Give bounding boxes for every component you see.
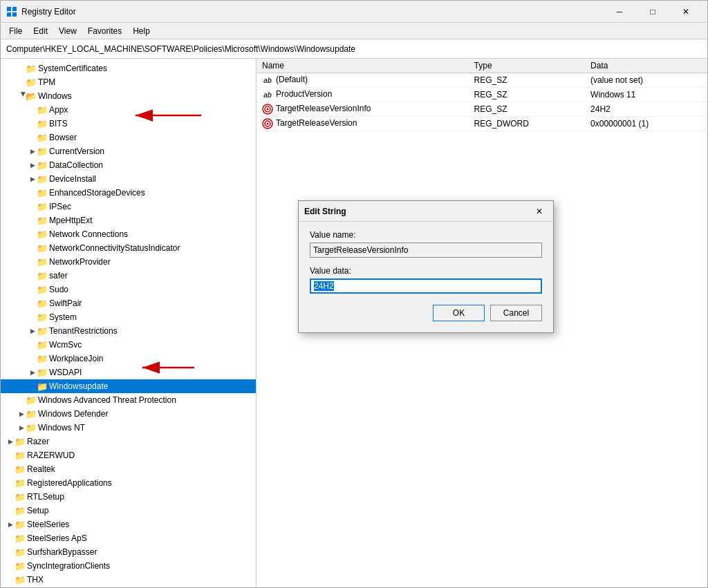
- tree-label: IPSec: [49, 202, 71, 211]
- tree-item-system[interactable]: ▶ 📁 System: [1, 310, 256, 324]
- reg-data: (value not set): [585, 73, 707, 88]
- tree-item-windows[interactable]: ▶ 📂 Windows: [1, 89, 256, 103]
- tree-item-rtlsetup[interactable]: ▶ 📁 RTLSetup: [1, 490, 256, 504]
- tree-label: Windowsupdate: [49, 381, 108, 391]
- edit-string-dialog: Edit String ✕ Value name: Value data: OK…: [298, 200, 554, 333]
- minimize-button[interactable]: ─: [604, 1, 635, 22]
- tree-item-bowser[interactable]: ▶ 📁 Bowser: [1, 131, 256, 144]
- tree-item-registeredapps[interactable]: ▶ 📁 RegisteredApplications: [1, 476, 256, 490]
- tree-item-wcmsvc[interactable]: ▶ 📁 WcmSvc: [1, 338, 256, 352]
- folder-icon: 📁: [37, 118, 48, 129]
- table-row[interactable]: TargetReleaseVersion REG_DWORD 0x0000000…: [257, 117, 707, 131]
- folder-icon: 📁: [37, 270, 48, 281]
- col-data: Data: [585, 59, 707, 73]
- tree-panel: ▶ 📁 SystemCertificates ▶ 📁 TPM ▶ 📂 Windo…: [1, 59, 257, 587]
- folder-icon: 📁: [26, 422, 37, 433]
- maximize-button[interactable]: □: [637, 1, 669, 22]
- tree-item-tenantrestrictions[interactable]: ▶ 📁 TenantRestrictions: [1, 324, 256, 338]
- value-data-label: Value data:: [310, 266, 542, 276]
- tree-label: THX: [27, 575, 44, 585]
- folder-icon: 📁: [15, 505, 26, 516]
- tree-item-surfshark[interactable]: ▶ 📁 SurfsharkBypasser: [1, 545, 256, 559]
- menu-help[interactable]: Help: [127, 25, 156, 37]
- tree-label: safer: [49, 271, 68, 281]
- reg-name: TargetReleaseVersion: [257, 117, 469, 131]
- reg-data: 0x00000001 (1): [585, 117, 707, 131]
- tree-item-systemcerts[interactable]: ▶ 📁 SystemCertificates: [1, 61, 256, 75]
- tree-item-realtek[interactable]: ▶ 📁 Realtek: [1, 462, 256, 476]
- ab-icon: ab: [262, 75, 273, 86]
- tree-label: NetworkConnectivityStatusIndicator: [49, 243, 180, 253]
- ok-button[interactable]: OK: [433, 305, 485, 321]
- tree-item-windowsdefender[interactable]: ▶ 📁 Windows Defender: [1, 407, 256, 421]
- table-row[interactable]: abProductVersion REG_SZ Windows 11: [257, 88, 707, 102]
- folder-icon: 📁: [15, 519, 26, 530]
- close-button[interactable]: ✕: [670, 1, 702, 22]
- value-data-input[interactable]: [310, 278, 542, 294]
- tree-item-vbaudio[interactable]: ▶ 📁 VB-Audio: [1, 587, 256, 587]
- tree-item-syncintegration[interactable]: ▶ 📁 SyncIntegrationClients: [1, 559, 256, 573]
- folder-icon: 📁: [26, 77, 37, 88]
- address-bar: Computer\HKEY_LOCAL_MACHINE\SOFTWARE\Pol…: [1, 39, 707, 59]
- tree-item-razer[interactable]: ▶ 📁 Razer: [1, 435, 256, 448]
- tree-item-thx[interactable]: ▶ 📁 THX: [1, 573, 256, 587]
- tree-item-appx[interactable]: ▶ 📁 Appx: [1, 103, 256, 117]
- table-row[interactable]: TargetReleaseVersionInfo REG_SZ 24H2: [257, 102, 707, 117]
- chevron-icon: ▶: [16, 92, 27, 100]
- folder-icon: 📁: [26, 395, 37, 406]
- cancel-button[interactable]: Cancel: [490, 305, 542, 321]
- tree-item-workplacejoin[interactable]: ▶ 📁 WorkplaceJoin: [1, 352, 256, 366]
- tree-item-mpehttpext[interactable]: ▶ 📁 MpeHttpExt: [1, 214, 256, 227]
- tree-item-safer[interactable]: ▶ 📁 safer: [1, 269, 256, 283]
- tree-item-datacollection[interactable]: ▶ 📁 DataCollection: [1, 158, 256, 172]
- tree-label: WSDAPI: [49, 368, 82, 377]
- tree-item-setup[interactable]: ▶ 📁 Setup: [1, 504, 256, 518]
- menu-edit[interactable]: Edit: [28, 25, 53, 37]
- tree-item-bits[interactable]: ▶ 📁 BITS: [1, 117, 256, 131]
- tree-label: SwiftPair: [49, 298, 82, 308]
- tree-item-swiftpair[interactable]: ▶ 📁 SwiftPair: [1, 296, 256, 310]
- tree-item-tpm[interactable]: ▶ 📁 TPM: [1, 75, 256, 89]
- menu-favorites[interactable]: Favorites: [82, 25, 127, 37]
- tree-item-networkconnectivity[interactable]: ▶ 📁 NetworkConnectivityStatusIndicator: [1, 241, 256, 255]
- tree-label: BITS: [49, 119, 68, 129]
- tree-item-currentversion[interactable]: ▶ 📁 CurrentVersion: [1, 144, 256, 158]
- tree-label: SystemCertificates: [38, 64, 107, 73]
- folder-icon: 📁: [37, 215, 48, 226]
- tree-item-ipsec[interactable]: ▶ 📁 IPSec: [1, 200, 256, 214]
- dialog-close-button[interactable]: ✕: [531, 203, 548, 220]
- folder-icon: 📁: [37, 325, 48, 336]
- tree-label: Razer: [27, 437, 49, 446]
- tree-item-networkconnections[interactable]: ▶ 📁 Network Connections: [1, 227, 256, 241]
- tree-item-razerwud[interactable]: ▶ 📁 RAZERWUD: [1, 448, 256, 462]
- reg-type: REG_SZ: [469, 88, 586, 102]
- folder-icon: 📁: [26, 408, 37, 419]
- tree-label: Bowser: [49, 133, 77, 142]
- menu-file[interactable]: File: [3, 25, 28, 37]
- value-name-input[interactable]: [310, 243, 542, 258]
- tree-item-windowsupdate[interactable]: ▶ 📁 Windowsupdate: [1, 379, 256, 393]
- tree-item-deviceinstall[interactable]: ▶ 📁 DeviceInstall: [1, 172, 256, 186]
- tree-item-steelseries[interactable]: ▶ 📁 SteelSeries: [1, 518, 256, 531]
- tree-item-enhancedstorage[interactable]: ▶ 📁 EnhancedStorageDevices: [1, 186, 256, 200]
- tree-label: Appx: [49, 105, 68, 115]
- folder-icon: 📁: [37, 353, 48, 364]
- tree-item-windowsatp[interactable]: ▶ 📁 Windows Advanced Threat Protection: [1, 393, 256, 407]
- tree-item-windowsnt[interactable]: ▶ 📁 Windows NT: [1, 421, 256, 435]
- tree-item-wsdapi[interactable]: ▶ 📁 WSDAPI: [1, 366, 256, 379]
- tree-label: SyncIntegrationClients: [27, 561, 110, 571]
- tree-item-networkprovider[interactable]: ▶ 📁 NetworkProvider: [1, 255, 256, 269]
- table-row[interactable]: ab(Default) REG_SZ (value not set): [257, 73, 707, 88]
- tree-label: SteelSeries ApS: [27, 533, 87, 543]
- folder-open-icon: 📂: [26, 91, 37, 102]
- folder-icon: 📁: [15, 464, 26, 475]
- title-bar: Registry Editor ─ □ ✕: [1, 1, 707, 23]
- tree-item-sudo[interactable]: ▶ 📁 Sudo: [1, 283, 256, 296]
- tree-item-steelseriesaps[interactable]: ▶ 📁 SteelSeries ApS: [1, 531, 256, 545]
- tree-label: TenantRestrictions: [49, 326, 118, 336]
- menu-view[interactable]: View: [53, 25, 82, 37]
- folder-icon: 📁: [15, 547, 26, 558]
- main-content: ▶ 📁 SystemCertificates ▶ 📁 TPM ▶ 📂 Windo…: [1, 59, 707, 587]
- dialog-body: Value name: Value data: OK Cancel: [299, 222, 553, 332]
- tree-label: WcmSvc: [49, 340, 82, 350]
